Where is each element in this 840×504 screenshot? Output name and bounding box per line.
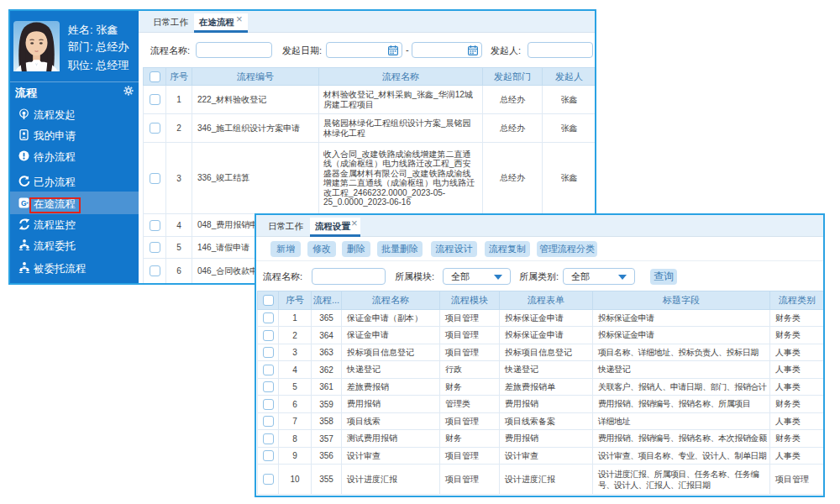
svg-text:+: +: [26, 200, 29, 205]
